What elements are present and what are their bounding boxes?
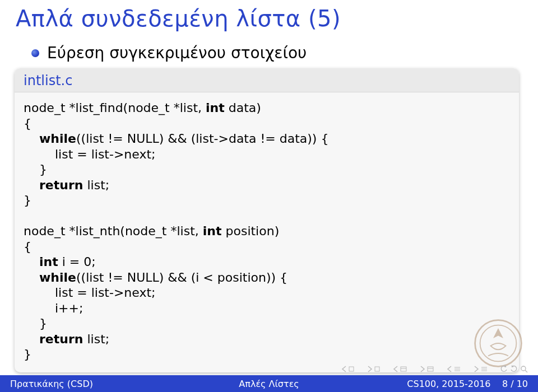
svg-rect-6 [428,367,433,371]
slide: Απλά συνδεδεμένη λίστα (5) Εύρεση συγκεκ… [0,0,538,392]
beamer-nav [341,365,528,373]
svg-rect-4 [401,367,406,371]
nav-next-section[interactable] [367,366,380,372]
nav-back[interactable] [446,366,461,372]
code-text: list; [83,178,109,192]
code-keyword: return [39,332,83,346]
code-text: ((list != NULL) && (i < position)) { [76,270,287,284]
code-text [24,270,39,284]
slide-title: Απλά συνδεδεμένη λίστα (5) [16,6,341,31]
footer-right: CS100, 2015-2016 8 / 10 [355,379,538,389]
code-text: } [24,316,47,330]
nav-next-slide[interactable] [419,366,434,372]
code-text: i = 0; [58,255,96,269]
search-icon [520,365,528,373]
code-text: list = list->next; [24,286,156,300]
code-text [24,255,39,269]
code-text [24,132,39,146]
code-keyword: int [206,101,225,115]
nav-prev-slide[interactable] [392,366,407,372]
code-text: { [24,240,31,254]
code-keyword: int [39,255,58,269]
bullet-item: Εύρεση συγκεκριμένου στοιχείου [31,44,307,62]
footer-author: Πρατικάκης (CSD) [0,379,183,389]
code-text [24,332,39,346]
footer-page: 8 / 10 [502,379,528,389]
footer-course: CS100, 2015-2016 [407,379,490,389]
svg-rect-3 [375,367,379,371]
code-keyword: int [203,224,222,238]
svg-line-15 [525,370,527,372]
code-body: node_t *list_find(node_t *list, int data… [15,92,519,372]
code-text: } [24,347,31,361]
code-text: list; [83,332,109,346]
code-filename: intlist.c [15,68,519,92]
code-keyword: while [39,270,76,284]
code-text: { [24,116,31,130]
undo-icon [500,365,508,373]
code-block: intlist.c node_t *list_find(node_t *list… [15,68,519,372]
code-text: position) [222,224,280,238]
code-text: ((list != NULL) && (list->data != data))… [76,132,328,146]
code-keyword: return [39,178,83,192]
code-text: node_t *list_find(node_t *list, [24,101,206,115]
code-text: list = list->next; [24,147,156,161]
code-text [24,178,39,192]
code-text: data) [225,101,261,115]
code-text: node_t *list_nth(node_t *list, [24,224,203,238]
bullet-text: Εύρεση συγκεκριμένου στοιχείου [47,44,307,62]
footer-title: Απλές Λίστες [183,379,355,389]
code-text: i++; [24,301,83,315]
code-text: } [24,162,47,176]
code-text: } [24,193,31,207]
svg-point-14 [521,366,526,371]
redo-icon [510,365,518,373]
nav-forward[interactable] [473,366,488,372]
footer: Πρατικάκης (CSD) Απλές Λίστες CS100, 201… [0,375,538,392]
nav-prev-section[interactable] [341,366,354,372]
bullet-icon [31,49,39,57]
nav-refresh-icons[interactable] [500,365,528,373]
university-seal-icon [473,318,523,368]
svg-rect-2 [349,367,354,371]
code-keyword: while [39,132,76,146]
